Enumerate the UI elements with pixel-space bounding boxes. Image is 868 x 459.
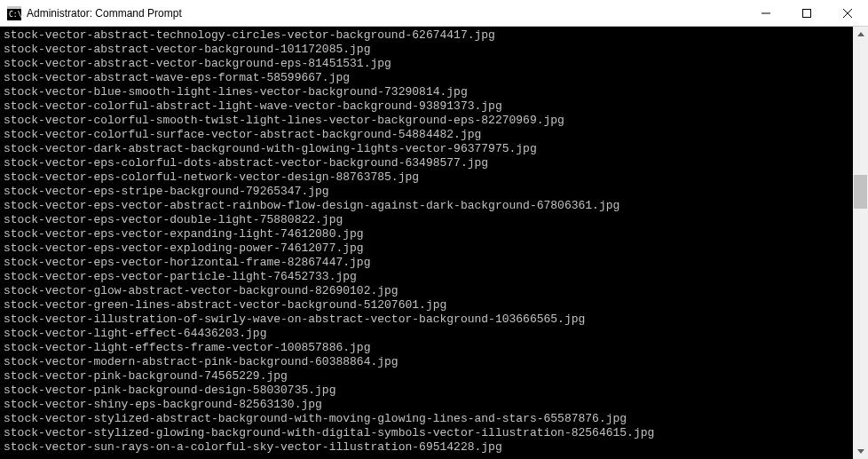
- terminal-line: stock-vector-green-lines-abstract-vector…: [4, 298, 853, 313]
- minimize-button[interactable]: [746, 0, 786, 27]
- terminal-line: stock-vector-colorful-surface-vector-abs…: [4, 128, 853, 142]
- terminal-line: stock-vector-blue-smooth-light-lines-vec…: [4, 85, 853, 99]
- terminal-line: stock-vector-illustration-of-swirly-wave…: [4, 313, 853, 327]
- terminal-line: stock-vector-shiny-eps-background-825631…: [4, 398, 853, 412]
- maximize-button[interactable]: [786, 0, 827, 27]
- terminal-line: stock-vector-abstract-technology-circles…: [4, 28, 853, 43]
- terminal-line: stock-vector-eps-stripe-background-79265…: [4, 185, 853, 199]
- terminal-line: stock-vector-colorful-abstract-light-wav…: [4, 99, 853, 114]
- terminal-line: stock-vector-abstract-vector-background-…: [4, 57, 853, 71]
- svg-rect-4: [803, 9, 811, 17]
- scrollbar-track[interactable]: [853, 42, 868, 444]
- terminal-line: stock-vector-pink-background-74565229.jp…: [4, 369, 853, 384]
- terminal-line: stock-vector-eps-vector-exploding-power-…: [4, 241, 853, 256]
- titlebar: C:\ Administrator: Command Prompt: [0, 0, 868, 27]
- terminal-line: stock-vector-eps-vector-particle-light-7…: [4, 270, 853, 284]
- terminal-line: stock-vector-sun-rays-on-a-colorful-sky-…: [4, 440, 853, 455]
- svg-marker-8: [857, 449, 864, 454]
- terminal-line: stock-vector-eps-vector-abstract-rainbow…: [4, 199, 853, 213]
- terminal-line: stock-vector-eps-colorful-dots-abstract-…: [4, 156, 853, 170]
- scroll-down-arrow[interactable]: [853, 444, 868, 459]
- svg-marker-7: [857, 32, 864, 36]
- vertical-scrollbar[interactable]: [853, 27, 868, 459]
- cmd-icon: C:\: [7, 6, 21, 20]
- close-button[interactable]: [827, 0, 868, 27]
- terminal-line: stock-vector-eps-vector-horizontal-frame…: [4, 256, 853, 270]
- svg-rect-1: [7, 6, 21, 9]
- terminal-line: stock-vector-modern-abstract-pink-backgr…: [4, 355, 853, 369]
- terminal-output[interactable]: stock-vector-abstract-technology-circles…: [0, 27, 853, 459]
- terminal-line: stock-vector-eps-vector-expanding-light-…: [4, 227, 853, 241]
- terminal-area: stock-vector-abstract-technology-circles…: [0, 27, 868, 459]
- scrollbar-thumb[interactable]: [854, 175, 867, 209]
- terminal-line: stock-vector-colorful-smooth-twist-light…: [4, 114, 853, 128]
- window-title: Administrator: Command Prompt: [27, 7, 182, 20]
- terminal-line: stock-vector-pink-background-design-5803…: [4, 384, 853, 398]
- terminal-line: stock-vector-light-effects-frame-vector-…: [4, 341, 853, 355]
- terminal-line: stock-vector-light-effect-64436203.jpg: [4, 327, 853, 341]
- terminal-line: stock-vector-eps-vector-double-light-758…: [4, 213, 853, 227]
- scroll-up-arrow[interactable]: [853, 27, 868, 42]
- terminal-line: stock-vector-dark-abstract-background-wi…: [4, 142, 853, 156]
- terminal-line: stock-vector-glow-abstract-vector-backgr…: [4, 284, 853, 298]
- terminal-line: stock-vector-stylized-abstract-backgroun…: [4, 412, 853, 426]
- terminal-line: stock-vector-stylized-glowing-background…: [4, 426, 853, 440]
- terminal-line: stock-vector-abstract-vector-background-…: [4, 43, 853, 57]
- svg-text:C:\: C:\: [9, 11, 21, 19]
- terminal-line: stock-vector-eps-colorful-network-vector…: [4, 170, 853, 185]
- terminal-line: stock-vector-abstract-wave-eps-format-58…: [4, 71, 853, 85]
